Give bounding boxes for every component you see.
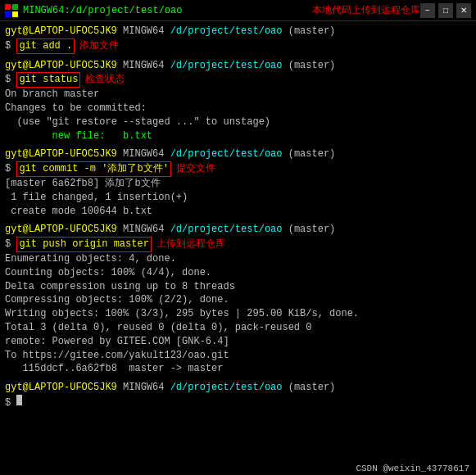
cmd-line: $ git add .添加文件	[5, 38, 471, 54]
output-text: Enumerating objects: 4, done.	[5, 252, 176, 266]
svg-rect-3	[12, 11, 18, 17]
prompt-line: gyt@LAPTOP-UFOC5JK9 MINGW64 /d/project/t…	[5, 223, 471, 237]
output-line: Changes to be committed:	[5, 102, 471, 115]
prompt-path: /d/project/test/oao	[164, 147, 282, 161]
output-line: Writing objects: 100% (3/3), 295 bytes |…	[5, 307, 471, 321]
output-text: remote: Powered by GITEE.COM [GNK-6.4]	[5, 335, 229, 349]
app-icon	[5, 4, 18, 17]
cmd-line: $ git status检查状态	[5, 72, 471, 88]
output-line: 115ddcf..6a62fb8 master -> master	[5, 362, 471, 376]
cmd-annotation: 上传到远程仓库	[156, 238, 225, 251]
output-text: Changes to be committed:	[5, 102, 147, 115]
cmd-line: $ git push origin master上传到远程仓库	[5, 237, 471, 252]
window-controls: − □ ✕	[420, 3, 471, 18]
prompt-path: /d/project/test/oao	[164, 381, 282, 395]
prompt-line: gyt@LAPTOP-UFOC5JK9 MINGW64 /d/project/t…	[5, 147, 471, 161]
prompt-path: /d/project/test/oao	[164, 223, 282, 237]
output-text: Total 3 (delta 0), reused 0 (delta 0), p…	[5, 321, 311, 335]
output-line: Counting objects: 100% (4/4), done.	[5, 266, 471, 280]
footer-text: CSDN @weixin_43778617	[356, 464, 469, 473]
title-annotation: 本地代码上传到远程仓库	[312, 3, 420, 17]
command-box: git add .	[16, 38, 75, 54]
dollar: $	[5, 238, 16, 251]
output-text: Counting objects: 100% (4/4), done.	[5, 266, 211, 280]
output-line: create mode 100644 b.txt	[5, 205, 471, 219]
cmd-line: $	[5, 395, 471, 410]
svg-rect-0	[5, 4, 11, 10]
prompt-user: gyt@LAPTOP-UFOC5JK9	[5, 25, 117, 38]
prompt-mingw-label: MINGW64	[117, 381, 165, 395]
output-text: create mode 100644 b.txt	[5, 205, 152, 219]
cmd-annotation: 提交文件	[176, 162, 215, 176]
output-line: On branch master	[5, 88, 471, 102]
command-box: git commit -m '添加了b文件'	[16, 161, 170, 177]
output-text: [master 6a62fb8] 添加了b文件	[5, 177, 161, 191]
command-box: git status	[16, 72, 80, 88]
prompt-user: gyt@LAPTOP-UFOC5JK9	[5, 223, 117, 237]
svg-rect-2	[5, 11, 11, 17]
footer: CSDN @weixin_43778617	[0, 462, 476, 475]
output-text: Delta compression using up to 8 threads	[5, 280, 235, 294]
prompt-user: gyt@LAPTOP-UFOC5JK9	[5, 381, 117, 395]
terminal-body: gyt@LAPTOP-UFOC5JK9 MINGW64 /d/project/t…	[0, 21, 476, 462]
output-text: Writing objects: 100% (3/3), 295 bytes |…	[5, 307, 359, 321]
prompt-mingw-label: MINGW64	[117, 25, 165, 38]
prompt-mingw-label: MINGW64	[117, 147, 165, 161]
prompt-line: gyt@LAPTOP-UFOC5JK9 MINGW64 /d/project/t…	[5, 59, 471, 73]
prompt-path: /d/project/test/oao	[164, 59, 282, 73]
cursor	[16, 395, 22, 405]
prompt-branch: (master)	[282, 147, 335, 161]
output-line: [master 6a62fb8] 添加了b文件	[5, 177, 471, 191]
prompt-line: gyt@LAPTOP-UFOC5JK9 MINGW64 /d/project/t…	[5, 381, 471, 395]
prompt-mingw-label: MINGW64	[117, 59, 165, 73]
output-line: Total 3 (delta 0), reused 0 (delta 0), p…	[5, 321, 471, 335]
cmd-annotation: 添加文件	[79, 39, 119, 53]
output-text: new file: b.txt	[5, 129, 152, 143]
prompt-path: /d/project/test/oao	[164, 25, 282, 38]
output-line: remote: Powered by GITEE.COM [GNK-6.4]	[5, 335, 471, 349]
prompt-branch: (master)	[282, 381, 335, 395]
output-text: To https://gitee.com/yakult123/oao.git	[5, 349, 229, 363]
prompt-user: gyt@LAPTOP-UFOC5JK9	[5, 59, 117, 73]
close-button[interactable]: ✕	[456, 3, 471, 18]
prompt-mingw-label: MINGW64	[117, 223, 165, 237]
dollar: $	[5, 162, 16, 176]
prompt-branch: (master)	[282, 223, 335, 237]
title-bar: MINGW64:/d/project/test/oao 本地代码上传到远程仓库 …	[0, 0, 476, 21]
output-line: Delta compression using up to 8 threads	[5, 280, 471, 294]
output-line: 1 file changed, 1 insertion(+)	[5, 191, 471, 205]
output-line: (use "git restore --staged ..." to unsta…	[5, 115, 471, 129]
minimize-button[interactable]: −	[420, 3, 435, 18]
prompt-branch: (master)	[282, 59, 335, 73]
prompt-user: gyt@LAPTOP-UFOC5JK9	[5, 147, 117, 161]
output-line: Compressing objects: 100% (2/2), done.	[5, 293, 471, 307]
cmd-line: $ git commit -m '添加了b文件'提交文件	[5, 161, 471, 177]
window: MINGW64:/d/project/test/oao 本地代码上传到远程仓库 …	[0, 0, 476, 475]
prompt-branch: (master)	[282, 25, 335, 38]
svg-rect-1	[12, 4, 18, 10]
output-text: 115ddcf..6a62fb8 master -> master	[5, 362, 223, 376]
command-box: git push origin master	[16, 237, 151, 252]
output-text: Compressing objects: 100% (2/2), done.	[5, 293, 229, 307]
dollar: $	[5, 73, 16, 87]
output-text: 1 file changed, 1 insertion(+)	[5, 191, 188, 205]
output-text: On branch master	[5, 88, 99, 102]
output-line: new file: b.txt	[5, 129, 471, 143]
dollar: $	[5, 39, 16, 53]
dollar: $	[5, 396, 16, 410]
title-text: MINGW64:/d/project/test/oao	[23, 5, 306, 16]
maximize-button[interactable]: □	[438, 3, 453, 18]
output-line: To https://gitee.com/yakult123/oao.git	[5, 349, 471, 363]
output-line: Enumerating objects: 4, done.	[5, 252, 471, 266]
prompt-line: gyt@LAPTOP-UFOC5JK9 MINGW64 /d/project/t…	[5, 25, 471, 38]
output-text: (use "git restore --staged ..." to unsta…	[5, 115, 270, 129]
cmd-annotation: 检查状态	[85, 73, 125, 87]
